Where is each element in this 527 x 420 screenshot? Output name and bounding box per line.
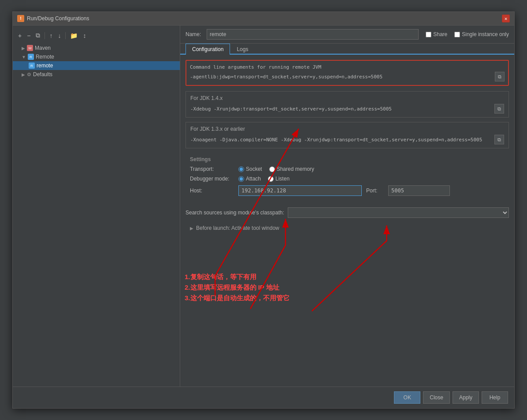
debugger-mode-row: Debugger mode: Attach Listen (190, 176, 505, 182)
jdk13-copy-button[interactable]: ⧉ (494, 135, 504, 144)
attach-radio-label[interactable]: Attach (238, 176, 261, 182)
attach-label: Attach (246, 176, 261, 182)
config-area: Command line arguments for running remot… (180, 55, 514, 387)
share-label: Share (433, 31, 447, 37)
share-area: Share Single instance only (426, 31, 509, 37)
before-launch-section[interactable]: ▶ Before launch: Activate tool window (186, 222, 509, 234)
socket-radio-label[interactable]: Socket (238, 166, 262, 172)
port-input[interactable] (388, 185, 450, 196)
single-instance-checkbox[interactable] (454, 32, 460, 37)
remove-config-button[interactable]: − (25, 31, 32, 40)
close-dialog-button[interactable]: Close (423, 391, 450, 404)
jdk13-command: -Xnoagent -Djava.compiler=NONE -Xdebug -… (190, 137, 482, 143)
right-panel: Name: Share Single instance only Configu… (180, 26, 514, 387)
copy-config-button[interactable]: ⧉ (34, 31, 42, 40)
host-key: Host: (190, 188, 234, 194)
dialog-footer: OK Close Apply Help (13, 387, 514, 408)
defaults-icon: ⚙ (27, 72, 31, 77)
move-down-button[interactable]: ↓ (56, 31, 63, 40)
jvm-command-box: Command line arguments for running remot… (186, 60, 509, 86)
move-up-button[interactable]: ↑ (48, 31, 54, 40)
classpath-dropdown[interactable] (288, 207, 509, 218)
transport-key: Transport: (190, 166, 234, 172)
jdk14-title: For JDK 1.4.x (190, 95, 504, 101)
left-panel: + − ⧉ ↑ ↓ 📁 ↕ ▶ M Maven ▼ R Remote (13, 26, 180, 387)
listen-radio[interactable] (268, 176, 274, 182)
tree-item-maven[interactable]: ▶ M Maven (13, 44, 180, 52)
jdk13-box: For JDK 1.3.x or earlier -Xnoagent -Djav… (186, 122, 509, 148)
transport-radio-group: Socket Shared memory (238, 166, 314, 172)
share-checkbox[interactable] (426, 32, 431, 37)
jdk13-content: -Xnoagent -Djava.compiler=NONE -Xdebug -… (190, 135, 504, 144)
run-debug-dialog: ! Run/Debug Configurations ✕ + − ⧉ ↑ ↓ 📁… (12, 11, 515, 409)
name-label: Name: (186, 31, 203, 37)
listen-label: Listen (275, 176, 289, 182)
tree-item-defaults[interactable]: ▶ ⚙ Defaults (13, 70, 180, 79)
help-button[interactable]: Help (482, 391, 508, 404)
settings-label: Settings (190, 156, 505, 162)
maven-icon: M (27, 45, 33, 51)
shared-memory-label: Shared memory (277, 166, 314, 172)
port-key: Port: (366, 188, 384, 194)
jdk14-command: -Xdebug -Xrunjdwp:transport=dt_socket,se… (190, 106, 392, 112)
host-port-row: Host: Port: (190, 185, 505, 196)
transport-row: Transport: Socket Shared memory (190, 166, 505, 172)
folder-button[interactable]: 📁 (68, 31, 79, 40)
jvm-copy-button[interactable]: ⧉ (495, 72, 505, 81)
jvm-command-text: -agentlib:jdwp=transport=dt_socket,serve… (190, 74, 382, 80)
settings-section: Settings Transport: Socket Shared memory (186, 153, 509, 203)
before-launch-arrow: ▶ (190, 226, 193, 231)
socket-label: Socket (246, 166, 262, 172)
toolbar-separator-2 (65, 32, 66, 39)
tree-item-remote[interactable]: R remote (13, 61, 180, 70)
jdk14-box: For JDK 1.4.x -Xdebug -Xrunjdwp:transpor… (186, 91, 509, 118)
jdk14-copy-button[interactable]: ⧉ (494, 104, 504, 114)
name-row: Name: Share Single instance only (180, 26, 514, 44)
dialog-body: + − ⧉ ↑ ↓ 📁 ↕ ▶ M Maven ▼ R Remote (13, 26, 514, 387)
single-instance-label: Single instance only (462, 31, 509, 37)
tab-logs[interactable]: Logs (230, 44, 255, 55)
defaults-label: Defaults (33, 71, 52, 77)
expand-arrow-defaults: ▶ (22, 72, 25, 77)
ok-button[interactable]: OK (394, 391, 420, 404)
tree-toolbar: + − ⧉ ↑ ↓ 📁 ↕ (13, 29, 180, 44)
add-config-button[interactable]: + (16, 31, 23, 40)
attach-radio[interactable] (238, 176, 244, 182)
debugger-mode-radio-group: Attach Listen (238, 176, 289, 182)
name-input[interactable] (207, 29, 419, 40)
jvm-box-content: -agentlib:jdwp=transport=dt_socket,serve… (190, 72, 505, 81)
classpath-label: Search sources using module's classpath: (186, 210, 284, 216)
tab-configuration[interactable]: Configuration (186, 44, 230, 55)
jdk14-content: -Xdebug -Xrunjdwp:transport=dt_socket,se… (190, 104, 504, 114)
expand-arrow-maven: ▶ (22, 46, 25, 51)
expand-arrow-remote: ▼ (22, 55, 26, 59)
shared-memory-radio-label[interactable]: Shared memory (269, 166, 314, 172)
dialog-icon: ! (17, 15, 24, 22)
remote-group-icon: R (28, 54, 34, 60)
classpath-row: Search sources using module's classpath: (186, 207, 509, 218)
remote-item-icon: R (29, 63, 35, 69)
maven-label: Maven (35, 45, 51, 51)
before-launch-label: Before launch: Activate tool window (196, 225, 279, 231)
title-bar-left: ! Run/Debug Configurations (17, 15, 89, 22)
dialog-title: Run/Debug Configurations (27, 15, 89, 22)
remote-item-label: remote (37, 63, 53, 69)
close-button[interactable]: ✕ (502, 15, 510, 22)
toolbar-separator (45, 32, 45, 39)
sort-button[interactable]: ↕ (81, 31, 88, 40)
remote-group-label: Remote (36, 54, 54, 60)
apply-button[interactable]: Apply (453, 391, 479, 404)
tree-item-remote-group[interactable]: ▼ R Remote (13, 52, 180, 61)
listen-radio-label[interactable]: Listen (268, 176, 289, 182)
shared-memory-radio[interactable] (269, 166, 275, 172)
config-tabs: Configuration Logs (180, 44, 514, 55)
jvm-box-title: Command line arguments for running remot… (190, 64, 505, 70)
debugger-mode-key: Debugger mode: (190, 176, 234, 182)
title-bar: ! Run/Debug Configurations ✕ (13, 12, 514, 26)
jdk13-title: For JDK 1.3.x or earlier (190, 126, 504, 132)
host-input[interactable] (238, 185, 362, 196)
socket-radio[interactable] (238, 166, 244, 172)
